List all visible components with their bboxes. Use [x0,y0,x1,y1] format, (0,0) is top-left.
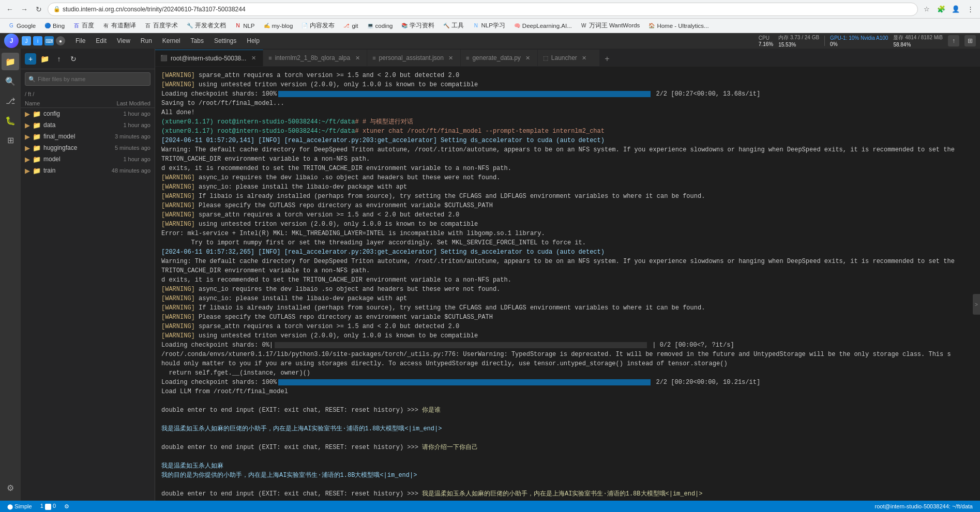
folder-config-icon: 📁 [33,110,41,118]
menu-help[interactable]: Help [242,36,265,46]
tab-assistant[interactable]: ≡ personal_assistant.json ✕ [367,50,461,66]
term-line: return self.fget.__(instance, owner)() [161,368,974,378]
account-button[interactable]: 👤 [950,4,961,15]
term-chat-prompt-line: double enter to end input (EXIT: exit ch… [161,406,974,415]
upload-button[interactable]: ↑ [53,53,65,65]
file-item-config[interactable]: ▶ 📁 config 1 hour ago [21,108,155,119]
tab-add-button[interactable]: + [600,52,614,66]
back-button[interactable]: ← [4,4,16,15]
activity-debug[interactable]: 🐛 [2,112,19,129]
bookmark-baiduxue[interactable]: 百 百度学术 [141,21,182,30]
menu-run[interactable]: Run [135,36,157,46]
new-file-button[interactable]: + [25,53,36,65]
status-bar: ⬤ Simple 1 0 ⚙ root@intern-studio-500382… [0,501,980,512]
file-name: huggingface [43,144,94,151]
right-sidebar-toggle[interactable]: > [973,294,980,315]
bookmark-git[interactable]: ⎇ git [339,21,361,30]
term-line: [WARNING] using untested triton version … [161,331,974,340]
tab-close-assistant[interactable]: ✕ [447,54,455,62]
term-line: [WARNING] async_io: please install the l… [161,294,974,303]
forward-button[interactable]: → [19,4,30,15]
bookmark-label: 学习资料 [410,22,434,29]
url-text: studio.intern-ai.org.cn/console/trinity/… [63,6,246,13]
term-line: [WARNING] sparse_attn requires a torch v… [161,210,974,220]
status-line[interactable]: 1 0 [38,503,58,509]
file-item-data[interactable]: ▶ 📁 data 1 hour ago [21,119,155,131]
file-item-huggingface[interactable]: ▶ 📁 huggingface 5 minutes ago [21,142,155,153]
address-bar[interactable]: 🔒 studio.intern-ai.org.cn/console/trinit… [48,3,918,16]
nlp-icon: N [234,22,242,29]
menu-settings[interactable]: Settings [209,36,242,46]
refresh-files-button[interactable]: ↻ [67,53,80,65]
file-item-model[interactable]: ▶ 📁 model 1 hour ago [21,153,155,165]
tab-close-generate[interactable]: ✕ [524,54,532,62]
blog-icon: ✍ [263,22,270,29]
bookmark-nlpstudy[interactable]: N NLP学习 [469,21,508,30]
bookmark-devdoc[interactable]: 🔧 开发者文档 [183,21,230,30]
menu-kernel[interactable]: Kernel [157,36,186,46]
status-settings[interactable]: ⚙ [62,503,71,510]
bookmark-label: 百度 [82,22,94,29]
bookmark-tools[interactable]: 🔨 工具 [439,21,468,30]
content-icon: 📄 [301,22,308,29]
bookmark-label: DeepLearning.AI... [522,23,572,29]
bookmark-wantwords[interactable]: W 万词王 WantWords [577,21,644,30]
tab-qlora[interactable]: ≡ internlm2_1_8b_qlora_alpa ✕ [263,50,367,66]
term-line: [WARNING] Please specify the CUTLASS rep… [161,201,974,210]
col-modified-header: Last Modified [94,100,150,106]
menu-file[interactable]: File [70,36,91,46]
vram-stat: 显存 4814 / 8182 MiB 58.84% [893,34,943,48]
tab-close-terminal[interactable]: ✕ [249,54,258,63]
bookmark-content[interactable]: 📄 内容发布 [297,21,338,30]
file-item-final-model[interactable]: ▶ 📁 final_model 3 minutes ago [21,131,155,142]
term-line: All done! [161,108,974,117]
activity-git[interactable]: ⎇ [2,92,19,110]
terminal-content[interactable]: [WARNING] sparse_attn requires a torch v… [155,67,980,501]
new-folder-button[interactable]: 📁 [38,53,51,65]
menu-view[interactable]: View [112,36,135,46]
bookmark-baidu[interactable]: 百 百度 [69,21,98,30]
menu-edit[interactable]: Edit [91,36,112,46]
menu-button[interactable]: ⋮ [964,4,976,15]
activity-files[interactable]: 📁 [2,53,19,70]
bookmark-google[interactable]: G Google [4,21,39,30]
dlai-icon: 🧠 [514,22,521,29]
expand-icon[interactable]: ⊞ [964,35,976,46]
activity-search[interactable]: 🔍 [2,72,19,90]
bookmark-myblog[interactable]: ✍ my-blog [260,21,297,30]
bookmark-bing[interactable]: 🔵 Bing [40,21,68,30]
file-search[interactable]: 🔍 [25,72,150,86]
bookmark-label: 万词王 WantWords [589,22,640,29]
bookmark-coding[interactable]: 💻 coding [363,21,397,30]
term-info-line: [2024-06-11 01:57:20,141] [INFO] [real_a… [161,136,974,145]
bookmark-ultralytics[interactable]: 🏠 Home - Ultralytics... [644,21,712,30]
search-input[interactable] [38,76,147,82]
tab-close-qlora[interactable]: ✕ [353,54,361,62]
file-name: train [43,167,94,174]
app-container: J J i ⌨ ● File Edit View Run Kernel Tabs… [0,33,980,512]
term-line: Warning: The default cache directory for… [161,257,974,275]
bookmark-youdao[interactable]: 有 有道翻译 [99,21,140,30]
activity-extensions[interactable]: ⊞ [2,131,19,149]
upload-icon[interactable]: ↑ [948,35,959,46]
bookmark-dlai[interactable]: 🧠 DeepLearning.AI... [510,21,576,30]
google-icon: G [8,22,15,29]
bookmark-label: 开发者文档 [195,22,226,29]
extensions-button[interactable]: 🧩 [936,4,947,15]
refresh-button[interactable]: ↻ [33,4,44,15]
main-area: 📁 🔍 ⎇ 🐛 ⊞ ⚙ + 📁 ↑ ↻ 🔍 / ft / Name La [0,49,980,501]
tab-close-launcher[interactable]: ✕ [580,54,589,62]
menu-tabs[interactable]: Tabs [186,36,209,46]
tab-terminal[interactable]: ⬛ root@intern-studio-50038... ✕ [155,50,263,66]
activity-settings[interactable]: ⚙ [2,479,19,497]
bookmark-star-button[interactable]: ☆ [921,4,932,15]
file-item-train[interactable]: ▶ 📁 train 48 minutes ago [21,165,155,176]
tab-launcher[interactable]: ⬚ Launcher ✕ [538,50,600,66]
study-icon: 📚 [401,22,408,29]
bookmark-nlp[interactable]: N NLP [231,21,258,30]
tab-generate[interactable]: ≡ generate_data.py ✕ [461,50,538,66]
activity-bar: 📁 🔍 ⎇ 🐛 ⊞ ⚙ [0,49,21,501]
term-prompt-line: (xtuner0.1.17) root@intern-studio-500382… [161,127,974,136]
bookmark-study[interactable]: 📚 学习资料 [397,21,438,30]
status-mode[interactable]: ⬤ Simple [5,503,34,509]
